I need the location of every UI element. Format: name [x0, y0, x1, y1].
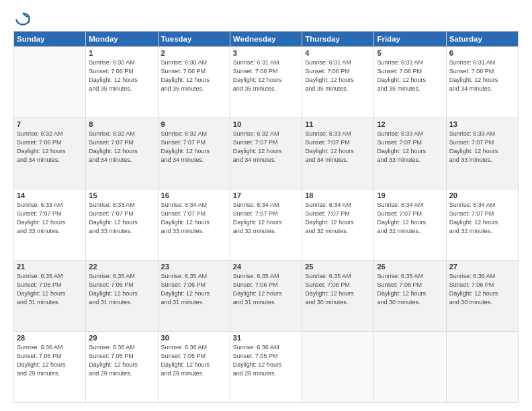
day-number: 23	[161, 263, 227, 271]
day-number: 19	[377, 191, 443, 199]
day-number: 21	[17, 263, 83, 271]
calendar-cell: 18Sunrise: 6:34 AM Sunset: 7:07 PM Dayli…	[302, 189, 374, 261]
day-info: Sunrise: 6:36 AM Sunset: 7:05 PM Dayligh…	[233, 343, 299, 378]
calendar-cell: 28Sunrise: 6:36 AM Sunset: 7:06 PM Dayli…	[14, 332, 86, 403]
calendar-cell: 12Sunrise: 6:33 AM Sunset: 7:07 PM Dayli…	[374, 118, 446, 189]
day-number: 2	[161, 49, 227, 57]
calendar-cell: 11Sunrise: 6:33 AM Sunset: 7:07 PM Dayli…	[302, 118, 374, 189]
calendar-cell: 9Sunrise: 6:32 AM Sunset: 7:07 PM Daylig…	[158, 118, 230, 189]
day-number: 4	[305, 49, 371, 57]
day-number: 14	[17, 191, 83, 199]
day-info: Sunrise: 6:34 AM Sunset: 7:07 PM Dayligh…	[233, 201, 299, 236]
calendar-cell: 6Sunrise: 6:31 AM Sunset: 7:06 PM Daylig…	[446, 47, 518, 118]
calendar-week-row: 28Sunrise: 6:36 AM Sunset: 7:06 PM Dayli…	[14, 332, 519, 403]
day-info: Sunrise: 6:32 AM Sunset: 7:07 PM Dayligh…	[233, 130, 299, 165]
day-number: 9	[161, 120, 227, 128]
day-info: Sunrise: 6:31 AM Sunset: 7:06 PM Dayligh…	[233, 58, 299, 93]
calendar-cell: 7Sunrise: 6:32 AM Sunset: 7:06 PM Daylig…	[14, 118, 86, 189]
day-info: Sunrise: 6:30 AM Sunset: 7:06 PM Dayligh…	[89, 58, 154, 93]
header	[13, 12, 519, 26]
weekday-header-saturday: Saturday	[446, 32, 518, 47]
calendar-cell	[302, 332, 374, 403]
day-info: Sunrise: 6:36 AM Sunset: 7:05 PM Dayligh…	[89, 343, 154, 378]
calendar-cell: 15Sunrise: 6:33 AM Sunset: 7:07 PM Dayli…	[86, 189, 158, 261]
calendar-table: SundayMondayTuesdayWednesdayThursdayFrid…	[13, 31, 519, 403]
day-number: 31	[233, 334, 299, 342]
day-number: 13	[449, 120, 515, 128]
calendar-cell: 26Sunrise: 6:35 AM Sunset: 7:06 PM Dayli…	[374, 261, 446, 332]
day-info: Sunrise: 6:34 AM Sunset: 7:07 PM Dayligh…	[377, 201, 443, 236]
day-info: Sunrise: 6:35 AM Sunset: 7:06 PM Dayligh…	[17, 272, 83, 307]
calendar-cell: 22Sunrise: 6:35 AM Sunset: 7:06 PM Dayli…	[86, 261, 158, 332]
day-number: 30	[161, 334, 227, 342]
day-info: Sunrise: 6:35 AM Sunset: 7:06 PM Dayligh…	[161, 272, 227, 307]
calendar-cell: 20Sunrise: 6:34 AM Sunset: 7:07 PM Dayli…	[446, 189, 518, 261]
day-info: Sunrise: 6:33 AM Sunset: 7:07 PM Dayligh…	[305, 130, 371, 165]
weekday-header-friday: Friday	[374, 32, 446, 47]
calendar-cell: 17Sunrise: 6:34 AM Sunset: 7:07 PM Dayli…	[230, 189, 302, 261]
day-number: 27	[449, 263, 515, 271]
day-info: Sunrise: 6:32 AM Sunset: 7:07 PM Dayligh…	[161, 130, 227, 165]
calendar-cell: 27Sunrise: 6:36 AM Sunset: 7:06 PM Dayli…	[446, 261, 518, 332]
calendar-cell: 4Sunrise: 6:31 AM Sunset: 7:06 PM Daylig…	[302, 47, 374, 118]
day-info: Sunrise: 6:30 AM Sunset: 7:06 PM Dayligh…	[161, 58, 227, 93]
logo	[13, 12, 30, 26]
day-info: Sunrise: 6:35 AM Sunset: 7:06 PM Dayligh…	[89, 272, 154, 307]
calendar-cell: 25Sunrise: 6:35 AM Sunset: 7:06 PM Dayli…	[302, 261, 374, 332]
day-info: Sunrise: 6:32 AM Sunset: 7:07 PM Dayligh…	[89, 130, 154, 165]
calendar-cell: 13Sunrise: 6:33 AM Sunset: 7:07 PM Dayli…	[446, 118, 518, 189]
day-number: 5	[377, 49, 443, 57]
calendar-cell: 23Sunrise: 6:35 AM Sunset: 7:06 PM Dayli…	[158, 261, 230, 332]
calendar-week-row: 7Sunrise: 6:32 AM Sunset: 7:06 PM Daylig…	[14, 118, 519, 189]
day-number: 16	[161, 191, 227, 199]
page: SundayMondayTuesdayWednesdayThursdayFrid…	[0, 0, 532, 411]
day-number: 11	[305, 120, 371, 128]
weekday-header-sunday: Sunday	[14, 32, 86, 47]
day-number: 12	[377, 120, 443, 128]
day-number: 6	[449, 49, 515, 57]
day-number: 28	[17, 334, 83, 342]
calendar-cell: 24Sunrise: 6:35 AM Sunset: 7:06 PM Dayli…	[230, 261, 302, 332]
calendar-week-row: 21Sunrise: 6:35 AM Sunset: 7:06 PM Dayli…	[14, 261, 519, 332]
calendar-cell	[374, 332, 446, 403]
logo-icon	[15, 11, 30, 26]
calendar-cell	[446, 332, 518, 403]
day-info: Sunrise: 6:33 AM Sunset: 7:07 PM Dayligh…	[89, 201, 154, 236]
calendar-cell: 8Sunrise: 6:32 AM Sunset: 7:07 PM Daylig…	[86, 118, 158, 189]
calendar-cell: 21Sunrise: 6:35 AM Sunset: 7:06 PM Dayli…	[14, 261, 86, 332]
weekday-header-tuesday: Tuesday	[158, 32, 230, 47]
day-info: Sunrise: 6:33 AM Sunset: 7:07 PM Dayligh…	[17, 201, 83, 236]
weekday-header-wednesday: Wednesday	[230, 32, 302, 47]
weekday-header-thursday: Thursday	[302, 32, 374, 47]
calendar-cell: 1Sunrise: 6:30 AM Sunset: 7:06 PM Daylig…	[86, 47, 158, 118]
day-info: Sunrise: 6:36 AM Sunset: 7:06 PM Dayligh…	[17, 343, 83, 378]
calendar-week-row: 14Sunrise: 6:33 AM Sunset: 7:07 PM Dayli…	[14, 189, 519, 261]
day-info: Sunrise: 6:34 AM Sunset: 7:07 PM Dayligh…	[305, 201, 371, 236]
day-number: 20	[449, 191, 515, 199]
calendar-cell: 10Sunrise: 6:32 AM Sunset: 7:07 PM Dayli…	[230, 118, 302, 189]
day-info: Sunrise: 6:34 AM Sunset: 7:07 PM Dayligh…	[449, 201, 515, 236]
weekday-header-monday: Monday	[86, 32, 158, 47]
calendar-cell: 3Sunrise: 6:31 AM Sunset: 7:06 PM Daylig…	[230, 47, 302, 118]
day-number: 15	[89, 191, 154, 199]
day-number: 1	[89, 49, 154, 57]
calendar-cell: 2Sunrise: 6:30 AM Sunset: 7:06 PM Daylig…	[158, 47, 230, 118]
day-info: Sunrise: 6:36 AM Sunset: 7:06 PM Dayligh…	[449, 272, 515, 307]
day-number: 8	[89, 120, 154, 128]
day-number: 10	[233, 120, 299, 128]
day-info: Sunrise: 6:34 AM Sunset: 7:07 PM Dayligh…	[161, 201, 227, 236]
calendar-cell: 14Sunrise: 6:33 AM Sunset: 7:07 PM Dayli…	[14, 189, 86, 261]
day-info: Sunrise: 6:31 AM Sunset: 7:06 PM Dayligh…	[449, 58, 515, 93]
calendar-cell: 29Sunrise: 6:36 AM Sunset: 7:05 PM Dayli…	[86, 332, 158, 403]
calendar-cell: 19Sunrise: 6:34 AM Sunset: 7:07 PM Dayli…	[374, 189, 446, 261]
calendar-cell: 16Sunrise: 6:34 AM Sunset: 7:07 PM Dayli…	[158, 189, 230, 261]
day-info: Sunrise: 6:33 AM Sunset: 7:07 PM Dayligh…	[377, 130, 443, 165]
day-info: Sunrise: 6:31 AM Sunset: 7:06 PM Dayligh…	[305, 58, 371, 93]
weekday-header-row: SundayMondayTuesdayWednesdayThursdayFrid…	[14, 32, 519, 47]
day-number: 3	[233, 49, 299, 57]
calendar-cell: 31Sunrise: 6:36 AM Sunset: 7:05 PM Dayli…	[230, 332, 302, 403]
day-number: 24	[233, 263, 299, 271]
calendar-cell: 5Sunrise: 6:31 AM Sunset: 7:06 PM Daylig…	[374, 47, 446, 118]
day-info: Sunrise: 6:31 AM Sunset: 7:06 PM Dayligh…	[377, 58, 443, 93]
day-info: Sunrise: 6:36 AM Sunset: 7:05 PM Dayligh…	[161, 343, 227, 378]
